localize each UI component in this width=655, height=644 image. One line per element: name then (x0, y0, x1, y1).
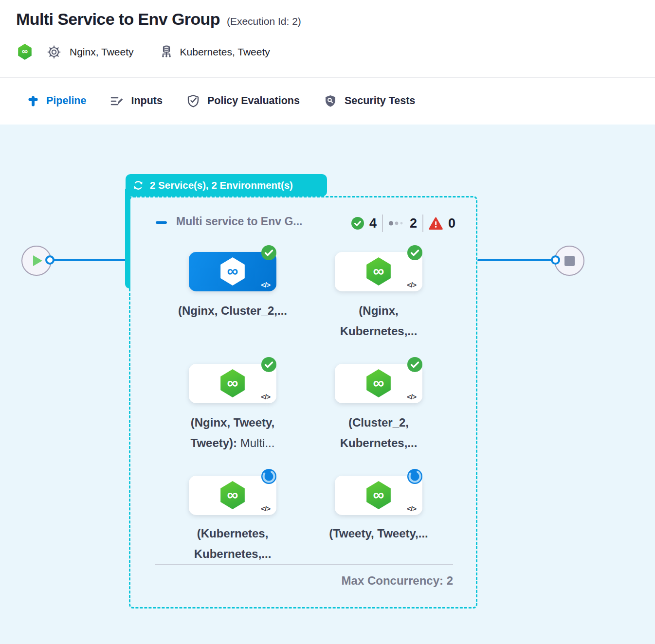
success-check-icon (351, 217, 364, 230)
execution-header: Multi Service to Env Group (Execution Id… (0, 0, 655, 78)
success-badge-icon (261, 357, 276, 372)
template-code-icon: </> (261, 281, 270, 289)
pipeline-icon (27, 95, 39, 107)
harness-service-icon: ∞ (365, 369, 392, 397)
success-badge-icon (407, 357, 422, 372)
services-list: Nginx, Tweety (70, 46, 134, 58)
template-code-icon: </> (407, 393, 416, 401)
matrix-node-nginx-kubernetes[interactable]: ∞ </> (335, 252, 422, 291)
play-icon (33, 255, 42, 266)
stop-icon (564, 256, 575, 266)
status-divider (422, 215, 423, 232)
matrix-node-nginx-tweety[interactable]: ∞ </> (189, 364, 276, 403)
matrix-node-kubernetes-kubernetes[interactable]: ∞ </> (189, 476, 276, 515)
node-label: (Tweety, Tweety,... (320, 523, 437, 544)
template-code-icon: </> (407, 281, 416, 289)
success-badge-icon (407, 245, 422, 260)
group-footer-divider (155, 564, 453, 565)
failed-count: 0 (448, 216, 455, 231)
max-concurrency-label: Max Concurrency: 2 (155, 574, 453, 588)
edge-start-to-group (49, 259, 127, 261)
node-label: (Nginx, Kubernetes,... (320, 301, 437, 341)
tab-bar: Pipeline Inputs Policy Evaluati (0, 78, 655, 124)
environments-icon (159, 45, 174, 59)
template-code-icon: </> (261, 504, 270, 513)
node-label: (Cluster_2, Kubernetes,... (320, 412, 437, 453)
pipeline-canvas[interactable]: 2 Service(s), 2 Environment(s) Multi ser… (0, 125, 655, 644)
edge-group-to-end (477, 259, 555, 261)
matrix-group-badge-label: 2 Service(s), 2 Environment(s) (150, 179, 293, 191)
tab-pipeline-label: Pipeline (46, 95, 86, 107)
execution-page: Multi Service to Env Group (Execution Id… (0, 0, 655, 644)
tab-pipeline[interactable]: Pipeline (27, 95, 86, 107)
success-count: 4 (369, 216, 377, 231)
node-label: (Nginx, Cluster_2,... (174, 301, 291, 321)
harness-service-icon: ∞ (365, 257, 392, 286)
matrix-group-left-strip (125, 189, 130, 288)
running-spinner-icon (261, 469, 276, 484)
environments-list: Kubernetes, Tweety (180, 46, 270, 58)
node-label: (Nginx, Tweety, Tweety): Multi... (174, 412, 291, 453)
harness-service-icon: ∞ (219, 481, 246, 509)
running-spinner-icon (407, 469, 422, 484)
matrix-node-tweety-tweety[interactable]: ∞ </> (335, 476, 422, 515)
template-code-icon: </> (261, 393, 270, 401)
gear-icon (47, 45, 61, 59)
harness-service-icon: ∞ (365, 481, 392, 509)
title-row: Multi Service to Env Group (Execution Id… (16, 10, 301, 29)
tab-policy-evaluations-label: Policy Evaluations (207, 95, 300, 107)
policy-shield-check-icon (186, 94, 200, 108)
execution-id: (Execution Id: 2) (227, 16, 301, 27)
success-badge-icon (261, 245, 276, 260)
tab-security-tests[interactable]: Security Tests (323, 94, 415, 108)
start-connector-dot[interactable] (45, 255, 55, 265)
end-connector-dot[interactable] (551, 255, 560, 265)
tab-policy-evaluations[interactable]: Policy Evaluations (186, 94, 300, 108)
stage-status-counts: 4 2 0 (351, 214, 455, 233)
harness-service-icon: ∞ (219, 257, 246, 286)
tab-security-tests-label: Security Tests (345, 95, 415, 107)
status-divider (382, 215, 383, 232)
matrix-group-badge[interactable]: 2 Service(s), 2 Environment(s) (126, 174, 327, 197)
node-label: (Kubernetes, Kubernetes,... (174, 523, 291, 564)
collapse-stage-button[interactable] (156, 221, 167, 224)
harness-pipeline-icon: ∞ (18, 44, 32, 60)
matrix-node-nginx-cluster2[interactable]: ∞ </> (189, 252, 276, 291)
tab-inputs-label: Inputs (131, 95, 163, 107)
running-dots-icon (388, 220, 404, 226)
page-title: Multi Service to Env Group (16, 10, 220, 29)
matrix-node-cluster2-kubernetes[interactable]: ∞ </> (335, 364, 422, 403)
stage-title: Multi service to Env G... (176, 215, 302, 228)
loop-icon (132, 179, 145, 192)
inputs-icon (109, 94, 124, 108)
execution-meta: ∞ Nginx, Tweety (18, 44, 270, 60)
running-count: 2 (410, 216, 417, 231)
security-shield-scan-icon (323, 94, 338, 108)
template-code-icon: </> (407, 504, 416, 513)
tab-inputs[interactable]: Inputs (109, 94, 163, 108)
failed-warning-icon (429, 217, 443, 230)
harness-service-icon: ∞ (219, 369, 246, 397)
